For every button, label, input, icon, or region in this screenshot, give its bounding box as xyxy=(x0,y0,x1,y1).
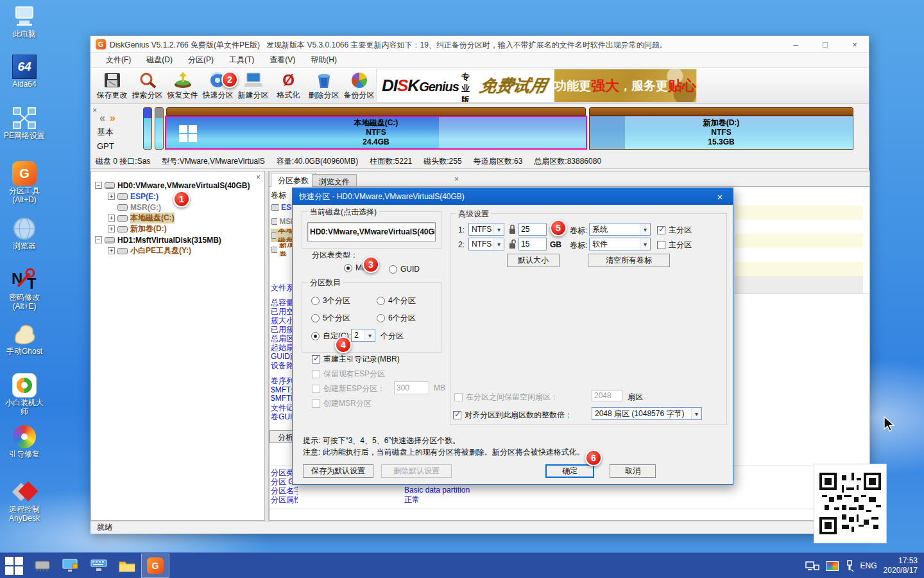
window-titlebar[interactable]: G DiskGenius V5.1.2.766 免费版(单文件PE版) 发现新版… xyxy=(90,36,869,53)
desktop-icon-xiaobai[interactable]: 小白装机大 师 xyxy=(0,372,49,416)
desktop-icon-anydesk[interactable]: 远程控制 AnyDesk xyxy=(0,479,49,523)
tree-item-y[interactable]: + 小白PE工具盘(Y:) xyxy=(108,245,191,256)
promo-banner[interactable]: DISKGenius 专业版 免费试用 功能更强大，服务更贴心 xyxy=(376,69,697,103)
partition-c-block[interactable]: 本地磁盘(C:) NTFS 24.4GB xyxy=(165,116,587,150)
tab-close-icon[interactable]: × xyxy=(454,175,459,184)
desktop-icon-ghost[interactable]: 手动Ghost xyxy=(0,321,49,356)
align-checkbox[interactable]: ✓对齐分区到此扇区数的整数倍： xyxy=(453,410,572,421)
desktop-icon-this-pc[interactable]: 此电脑 xyxy=(0,4,49,39)
tray-display-icon[interactable] xyxy=(826,561,839,571)
tree-item-hd0[interactable]: − HD0:VMware,VMwareVirtualS(40GB) xyxy=(95,180,250,191)
tray-network-icon[interactable] xyxy=(805,560,819,572)
partition-mini-msr[interactable] xyxy=(155,107,164,150)
radio-guid[interactable]: GUID xyxy=(389,265,420,274)
taskbar-explorer-button[interactable] xyxy=(113,554,141,578)
current-disk-box[interactable]: HD0:VMware,VMwareVirtualS(40GB) xyxy=(307,222,436,241)
tree-item-d[interactable]: + 新加卷(D:) xyxy=(108,223,167,234)
partition-mini-esp[interactable] xyxy=(143,107,152,150)
tree-item-esp[interactable]: + ESP(E:) xyxy=(108,191,158,202)
default-size-button[interactable]: 默认大小 xyxy=(507,254,560,267)
delete-default-button[interactable]: 删除默认设置 xyxy=(381,464,452,478)
cancel-button[interactable]: 取消 xyxy=(610,464,656,478)
size-input-1[interactable] xyxy=(518,223,547,236)
menu-tools[interactable]: 工具(T) xyxy=(221,53,262,67)
menu-disk[interactable]: 磁盘(D) xyxy=(139,53,180,67)
taskbar-resolution-button[interactable] xyxy=(56,554,85,578)
desktop-icon-browser[interactable]: 浏览器 xyxy=(0,216,49,250)
reserve-free-checkbox[interactable]: ✓在分区之间保留空闲扇区： xyxy=(454,392,558,403)
menu-file[interactable]: 文件(F) xyxy=(98,53,139,67)
lock-open-icon[interactable] xyxy=(508,238,518,249)
create-msr-checkbox[interactable]: ✓创建MSR分区 xyxy=(312,398,372,409)
desktop-icon-pe-network[interactable]: PE网络设置 xyxy=(0,105,49,140)
minimize-button[interactable]: – xyxy=(782,36,810,53)
size-input-2[interactable] xyxy=(518,238,547,250)
tree-item-c[interactable]: + 本地磁盘(C:) xyxy=(108,213,175,223)
delete-partition-button[interactable]: 删除分区 xyxy=(306,69,341,103)
volume-label-combo-1[interactable]: 系统▾ xyxy=(589,223,651,236)
tray-language[interactable]: ENG xyxy=(860,561,877,570)
tree-item-msr[interactable]: MSR(G:) xyxy=(108,202,161,213)
nav-right-icon[interactable]: » xyxy=(110,112,116,124)
recover-files-button[interactable]: 恢复文件 xyxy=(165,69,200,103)
esp-size-input[interactable] xyxy=(394,381,429,394)
tree-close-icon[interactable]: × xyxy=(256,173,261,182)
collapse-icon[interactable]: − xyxy=(95,236,102,243)
reserve-sectors-input[interactable] xyxy=(592,390,622,401)
tree-item-hd1[interactable]: − HD1:MsftVirtualDisk(315MB) xyxy=(95,234,221,245)
search-partition-button[interactable]: 搜索分区 xyxy=(130,69,165,103)
desktop-icon-diskgenius[interactable]: G 分区工具 (Alt+D) xyxy=(0,161,49,204)
taskbar-ramdisk-button[interactable] xyxy=(28,554,56,578)
taskbar-osk-button[interactable] xyxy=(85,554,113,578)
custom-count-combo[interactable]: 2▾ xyxy=(351,329,375,342)
nav-left-icon[interactable]: « xyxy=(99,112,105,124)
dialog-titlebar[interactable]: 快速分区 - HD0:VMware,VMwareVirtualS(40GB) × xyxy=(293,188,733,205)
panel-close-icon[interactable]: × xyxy=(92,106,97,115)
format-button[interactable]: Ø 格式化 xyxy=(271,69,306,103)
radio-3-partitions[interactable]: 3个分区 xyxy=(311,295,350,306)
lock-closed-icon[interactable] xyxy=(508,223,517,234)
new-esp-checkbox[interactable]: ✓创建新ESP分区： xyxy=(312,383,385,394)
analyze-button[interactable]: 分析 xyxy=(270,430,295,443)
collapse-icon[interactable]: − xyxy=(95,182,102,189)
taskbar-diskgenius-button[interactable]: G xyxy=(141,554,169,578)
primary-checkbox-2[interactable]: ✓主分区 xyxy=(657,240,692,250)
ok-button[interactable]: 确定 xyxy=(545,464,594,478)
save-changes-button[interactable]: 保存更改 xyxy=(94,69,130,103)
fs-combo-1[interactable]: NTFS▾ xyxy=(468,223,504,236)
expand-icon[interactable]: + xyxy=(108,215,115,222)
rebuild-mbr-checkbox[interactable]: ✓重建主引导记录(MBR) xyxy=(312,354,400,365)
menu-help[interactable]: 帮助(H) xyxy=(303,53,345,67)
partition-d-block[interactable]: 新加卷(D:) NTFS 15.3GB xyxy=(589,116,853,150)
maximize-button[interactable]: □ xyxy=(811,36,839,53)
dialog-close-button[interactable]: × xyxy=(707,188,733,205)
tray-usb-icon[interactable] xyxy=(845,559,854,572)
volume-label-combo-2[interactable]: 软件▾ xyxy=(589,238,651,250)
radio-4-partitions[interactable]: 4个分区 xyxy=(377,295,416,306)
expand-icon[interactable]: + xyxy=(108,193,115,200)
disk-style-basic[interactable]: 基本 xyxy=(97,127,114,138)
expand-icon[interactable]: + xyxy=(108,247,115,254)
start-button[interactable] xyxy=(0,554,28,578)
save-default-button[interactable]: 保存为默认设置 xyxy=(303,464,373,478)
clear-labels-button[interactable]: 清空所有卷标 xyxy=(588,254,670,267)
fs-combo-2[interactable]: NTFS▾ xyxy=(468,238,504,250)
tab-browse-files[interactable]: 浏览文件 xyxy=(312,174,357,187)
tray-clock[interactable]: 17:53 2020/8/17 xyxy=(884,556,921,575)
radio-5-partitions[interactable]: 5个分区 xyxy=(311,313,350,324)
keep-esp-checkbox[interactable]: ✓保留现有ESP分区 xyxy=(312,369,385,380)
new-partition-button[interactable]: 新建分区 xyxy=(235,69,271,103)
backup-partition-button[interactable]: 备份分区 xyxy=(341,69,377,103)
expand-icon[interactable]: + xyxy=(108,225,115,232)
radio-6-partitions[interactable]: 6个分区 xyxy=(377,313,416,324)
menu-partition[interactable]: 分区(P) xyxy=(180,53,221,67)
desktop-icon-password[interactable]: NT 密码修改 (Alt+E) xyxy=(0,267,49,311)
tab-partition-params[interactable]: 分区参数 xyxy=(271,173,316,187)
close-button[interactable]: × xyxy=(841,36,869,53)
align-combo[interactable]: 2048 扇区 (1048576 字节)▾ xyxy=(592,407,702,420)
menu-view[interactable]: 查看(V) xyxy=(262,53,303,67)
desktop-icon-aida64[interactable]: 64 Aida64 xyxy=(0,54,49,89)
primary-checkbox-1[interactable]: ✓主分区 xyxy=(657,225,692,236)
disk-style-gpt[interactable]: GPT xyxy=(97,141,114,151)
desktop-icon-boot-repair[interactable]: 引导修复 xyxy=(0,424,49,459)
